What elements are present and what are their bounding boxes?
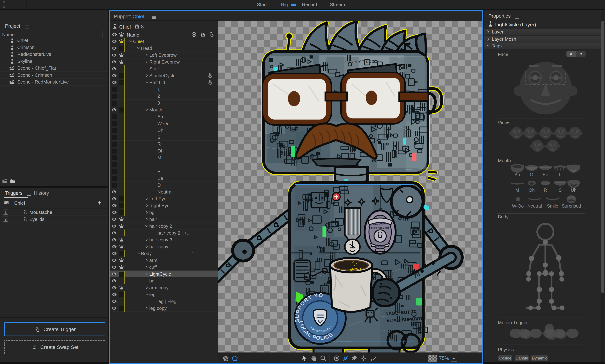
svg-text:Physics: Physics: [498, 347, 514, 352]
svg-text:Motion Trigger: Motion Trigger: [498, 320, 528, 325]
svg-text:Views: Views: [498, 120, 510, 126]
svg-text:SECURITY: SECURITY: [373, 222, 387, 225]
svg-text:Neutral: Neutral: [527, 203, 542, 208]
svg-text:Ah: Ah: [515, 172, 520, 177]
svg-text:LightCycle: LightCycle: [348, 268, 362, 271]
svg-text:S: S: [559, 188, 562, 193]
svg-text:SUSPECT LOG: SUSPECT LOG: [345, 60, 375, 64]
svg-text:Ee: Ee: [543, 172, 548, 177]
svg-text:D: D: [530, 172, 533, 177]
svg-text:Mouth: Mouth: [498, 158, 511, 163]
svg-text:L: L: [572, 172, 575, 177]
svg-text:Uh: Uh: [571, 188, 577, 193]
svg-text:R: R: [544, 188, 547, 193]
svg-text:Oh: Oh: [529, 188, 535, 193]
svg-text:Surprised: Surprised: [562, 203, 581, 208]
svg-text:F: F: [559, 172, 561, 177]
svg-text:Body: Body: [498, 214, 509, 220]
svg-text:M: M: [515, 188, 519, 193]
svg-text:ENFORCEMENT: ENFORCEMENT: [371, 227, 389, 229]
svg-text:Smile: Smile: [547, 203, 558, 208]
svg-text:W-Oo: W-Oo: [512, 203, 524, 208]
svg-text:OFFICER: OFFICER: [375, 245, 385, 247]
